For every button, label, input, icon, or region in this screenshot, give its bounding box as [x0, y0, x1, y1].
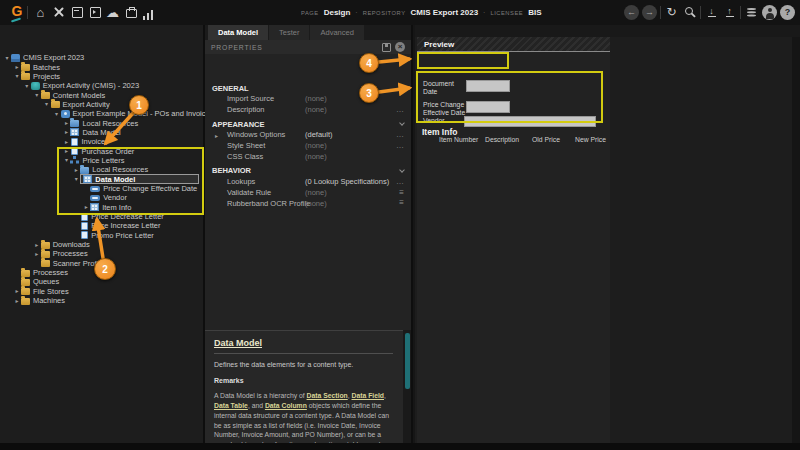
tree-item-content: Content Models [41, 90, 106, 99]
tree-item-price-decrease-letter[interactable]: Price Decrease Letter [0, 212, 203, 221]
expander-icon[interactable]: ▾ [43, 101, 51, 107]
expander-icon[interactable]: ▸ [13, 288, 21, 294]
tab-advanced[interactable]: Advanced [310, 25, 363, 40]
property-value[interactable]: (default) [305, 130, 333, 139]
expander-icon[interactable]: ▾ [3, 55, 11, 61]
tree-item-processes[interactable]: ▸Processes [0, 249, 203, 258]
tree-item-promo-price-letter[interactable]: Promo Price Letter [0, 231, 203, 240]
expander-icon[interactable]: ▸ [62, 120, 70, 126]
stats-icon[interactable] [141, 4, 156, 20]
tree-item-cmis-export-2023[interactable]: ▾CMIS Export 2023 [0, 53, 203, 62]
jobs-icon[interactable] [123, 4, 138, 20]
tasks-icon[interactable] [87, 4, 102, 20]
tree-item-file-stores[interactable]: ▸File Stores [0, 287, 203, 296]
expander-icon[interactable]: ▾ [23, 83, 31, 89]
refresh-icon[interactable] [664, 4, 679, 20]
download-icon[interactable] [704, 4, 719, 20]
tree-item-export-activity-cmis-2023[interactable]: ▾Export Activity (CMIS) - 2023 [0, 81, 203, 90]
expander-icon[interactable]: ▾ [13, 73, 21, 79]
expander-icon[interactable]: ▸ [33, 251, 41, 257]
help-icon[interactable] [780, 5, 795, 20]
section-header-appearance[interactable]: APPEARANCE [205, 119, 411, 130]
home-icon[interactable] [33, 4, 48, 20]
close-icon[interactable] [395, 42, 405, 52]
user-icon[interactable] [762, 5, 777, 20]
tree-item-export-activity[interactable]: ▾Export Activity [0, 100, 203, 109]
section-header-behavior[interactable]: BEHAVIOR [205, 165, 411, 176]
tree-item-data-model[interactable]: ▾Data Model [0, 174, 203, 183]
ellipsis-button[interactable]: … [396, 142, 404, 150]
ellipsis-button[interactable]: … [396, 131, 404, 139]
property-value[interactable]: (none) [305, 152, 327, 161]
tree-item-machines[interactable]: ▸Machines [0, 296, 203, 305]
help-link[interactable]: Data Section [307, 392, 348, 399]
expander-icon[interactable]: ▸ [33, 242, 41, 248]
scrollbar-thumb[interactable] [405, 333, 410, 389]
chevron-down-icon[interactable] [399, 120, 405, 126]
ellipsis-button[interactable]: … [396, 106, 404, 114]
section-title: GENERAL [212, 84, 249, 93]
ellipsis-button[interactable]: … [396, 178, 404, 186]
tree-item-price-increase-letter[interactable]: Price Increase Letter [0, 221, 203, 230]
section-header-general[interactable]: GENERAL [205, 83, 411, 94]
menu-button[interactable]: ≡ [399, 199, 404, 207]
expander-icon[interactable]: ▸ [215, 132, 218, 139]
tree-item-invoice[interactable]: ▸Invoice [0, 137, 203, 146]
vendor-input[interactable] [464, 116, 596, 127]
tree-item-item-info[interactable]: ▸Item Info [0, 203, 203, 212]
expander-icon[interactable]: ▸ [62, 129, 70, 135]
expander-icon[interactable]: ▸ [62, 148, 70, 154]
menu-button[interactable]: ≡ [399, 189, 404, 197]
upload-icon[interactable] [722, 4, 737, 20]
search-icon[interactable] [682, 4, 697, 20]
property-value[interactable]: (none) [305, 141, 327, 150]
expander-icon[interactable]: ▾ [72, 176, 80, 182]
tree-item-data-model[interactable]: ▸Data Model [0, 128, 203, 137]
expander-icon[interactable]: ▸ [62, 139, 70, 145]
expander-icon[interactable]: ▸ [13, 298, 21, 304]
label-line: Document [423, 80, 454, 88]
tree-item-vendor[interactable]: Vendor [0, 193, 203, 202]
save-icon[interactable] [382, 43, 391, 52]
tree-item-local-resources[interactable]: ▸Local Resources [0, 118, 203, 127]
property-value[interactable]: (none) [305, 188, 327, 197]
price-change-effective-date-input[interactable] [466, 101, 510, 113]
tree-item-local-resources[interactable]: ▸Local Resources [0, 165, 203, 174]
property-label: Style Sheet [227, 141, 305, 150]
property-row-style-sheet: Style Sheet(none)… [205, 140, 411, 151]
property-value[interactable]: (none) [305, 105, 327, 114]
database-icon[interactable] [744, 4, 759, 20]
expander-icon[interactable]: ▸ [82, 204, 90, 210]
tab-tester[interactable]: Tester [269, 25, 309, 40]
help-link[interactable]: Data Column [265, 402, 307, 409]
chevron-down-icon[interactable] [399, 167, 405, 173]
app-logo-icon[interactable]: G [8, 3, 26, 22]
help-link[interactable]: Data Field [352, 392, 384, 399]
tree-item-export-example-model-pos-and-invoices[interactable]: ▾Export Example Model - POs and Invoices [0, 109, 203, 118]
preview-scrollbar[interactable] [792, 37, 800, 443]
expander-icon[interactable]: ▾ [53, 111, 61, 117]
property-value[interactable]: (0 Lookup Specifications) [305, 177, 389, 186]
batches-icon[interactable] [69, 4, 84, 20]
expander-icon[interactable]: ▾ [33, 92, 41, 98]
help-scrollbar[interactable] [403, 330, 411, 443]
expander-icon[interactable]: ▸ [72, 167, 80, 173]
tab-data-model[interactable]: Data Model [208, 25, 268, 40]
property-value[interactable]: (none) [305, 94, 327, 103]
cloud-upload-icon[interactable] [105, 4, 120, 20]
forward-icon[interactable] [642, 5, 657, 20]
tree-item-content-models[interactable]: ▾Content Models [0, 90, 203, 99]
help-link[interactable]: Data Table [214, 402, 248, 409]
tree-item-downloads[interactable]: ▸Downloads [0, 240, 203, 249]
tree-item-price-change-effective-date[interactable]: Price Change Effective Date [0, 184, 203, 193]
property-value[interactable]: (none) [305, 199, 327, 208]
tree-item-projects[interactable]: ▾Projects [0, 72, 203, 81]
tools-icon[interactable] [51, 4, 66, 20]
tree-item-purchase-order[interactable]: ▸Purchase Order [0, 146, 203, 155]
document-date-input[interactable] [466, 80, 510, 92]
tree-item-price-letters[interactable]: ▾Price Letters [0, 156, 203, 165]
expander-icon[interactable]: ▾ [62, 157, 70, 163]
expander-icon[interactable]: ▸ [13, 64, 21, 70]
tree-item-batches[interactable]: ▸Batches [0, 62, 203, 71]
back-icon[interactable] [624, 5, 639, 20]
